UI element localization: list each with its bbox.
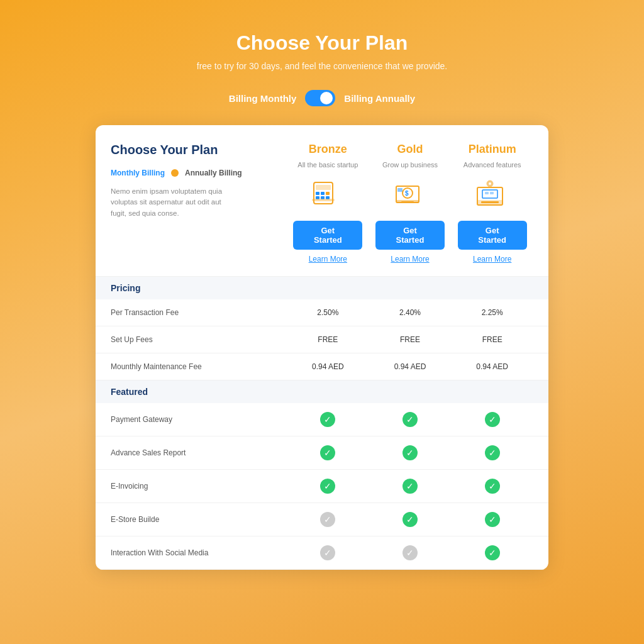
platinum-check-icon: ✓ [451, 445, 533, 460]
billing-annually-label: Billing Annually [344, 93, 415, 104]
featured-row: Payment Gateway ✓ ✓ ✓ [96, 403, 548, 436]
gold-plan-name: Gold [397, 143, 423, 156]
svg-point-20 [489, 182, 491, 185]
bronze-get-started-button[interactable]: Get Started [293, 221, 362, 250]
bronze-learn-more-link[interactable]: Learn More [309, 255, 347, 264]
platinum-check-icon: ✓ [451, 412, 533, 427]
gold-check-icon: ✓ [369, 479, 452, 494]
platinum-plan-name: Platinum [469, 143, 516, 156]
gold-check-circle: ✓ [402, 445, 418, 460]
svg-rect-21 [485, 192, 489, 194]
pricing-bronze-value: 2.50% [287, 308, 369, 317]
featured-row-label: Interaction With Social Media [111, 548, 287, 557]
platinum-check-icon: ✓ [451, 545, 533, 560]
bronze-check-circle: ✓ [320, 445, 335, 460]
bronze-check-icon: ✓ [287, 545, 369, 560]
gold-icon: $ [391, 177, 429, 212]
svg-rect-14 [397, 188, 402, 192]
platinum-plan-column: Platinum Advanced features Get Started L… [451, 143, 533, 264]
plan-description: Nemo enim ipsam voluptatem quia voluptas… [111, 186, 236, 219]
gold-check-circle: ✓ [402, 512, 418, 527]
plan-card: Choose Your Plan Monthly Billing Annuall… [96, 125, 548, 570]
platinum-tagline: Advanced features [464, 161, 521, 169]
featured-row: E-Invoicing ✓ ✓ ✓ [96, 470, 548, 503]
bronze-check-circle: ✓ [320, 479, 335, 494]
svg-rect-4 [326, 192, 330, 195]
pricing-row: Per Transaction Fee 2.50% 2.40% 2.25% [96, 299, 548, 326]
featured-row: E-Store Builde ✓ ✓ ✓ [96, 503, 548, 536]
pricing-gold-value: 0.94 AED [369, 362, 452, 371]
pricing-bronze-value: 0.94 AED [287, 362, 369, 371]
pricing-section-header: Pricing [96, 277, 548, 299]
svg-rect-1 [316, 185, 331, 190]
pricing-platinum-value: 0.94 AED [451, 362, 533, 371]
featured-section-header: Featured [96, 380, 548, 403]
bronze-check-circle: ✓ [320, 545, 335, 560]
gold-check-icon: ✓ [369, 545, 452, 560]
annually-billing-label[interactable]: Annually Billing [185, 169, 242, 177]
bronze-check-icon: ✓ [287, 445, 369, 460]
platinum-check-circle: ✓ [485, 412, 500, 427]
pricing-gold-value: FREE [369, 335, 452, 344]
gold-learn-more-link[interactable]: Learn More [391, 255, 429, 264]
featured-rows: Payment Gateway ✓ ✓ ✓ Advance Sales Repo… [96, 403, 548, 570]
platinum-check-circle: ✓ [485, 445, 500, 460]
billing-toggle[interactable] [305, 90, 335, 106]
billing-toggle-row: Billing Monthly Billing Annually [229, 90, 415, 106]
pricing-row-label: Set Up Fees [111, 335, 287, 344]
pricing-gold-value: 2.40% [369, 308, 452, 317]
platinum-check-icon: ✓ [451, 512, 533, 527]
bronze-icon [309, 177, 347, 212]
platinum-check-circle: ✓ [485, 512, 500, 527]
pricing-platinum-value: 2.25% [451, 308, 533, 317]
bronze-check-circle: ✓ [320, 412, 335, 427]
page-title: Choose Your Plan [236, 31, 408, 55]
platinum-check-circle: ✓ [485, 479, 500, 494]
gold-plan-column: Gold Grow up business $ Get Started Lear… [369, 143, 452, 264]
pricing-bronze-value: FREE [287, 335, 369, 344]
plan-header: Choose Your Plan Monthly Billing Annuall… [96, 125, 548, 277]
gold-check-circle: ✓ [402, 479, 418, 494]
featured-row-label: E-Store Builde [111, 515, 287, 524]
gold-get-started-button[interactable]: Get Started [375, 221, 445, 250]
bronze-check-circle: ✓ [320, 512, 335, 527]
svg-rect-3 [321, 192, 325, 195]
pricing-rows: Per Transaction Fee 2.50% 2.40% 2.25% Se… [96, 299, 548, 380]
gold-tagline: Grow up business [382, 161, 438, 169]
platinum-learn-more-link[interactable]: Learn More [473, 255, 511, 264]
svg-rect-22 [490, 192, 494, 194]
svg-rect-2 [316, 192, 319, 195]
bronze-plan-name: Bronze [309, 143, 347, 156]
bronze-tagline: All the basic startup [297, 161, 358, 169]
featured-row-label: E-Invoicing [111, 482, 287, 491]
platinum-check-circle: ✓ [485, 545, 500, 560]
pricing-row: Set Up Fees FREE FREE FREE [96, 326, 548, 353]
featured-row-label: Advance Sales Report [111, 448, 287, 457]
billing-monthly-label: Billing Monthly [229, 93, 296, 104]
svg-rect-11 [401, 201, 414, 203]
gold-check-circle: ✓ [402, 545, 418, 560]
gold-check-icon: ✓ [369, 512, 452, 527]
bronze-check-icon: ✓ [287, 512, 369, 527]
featured-row-label: Payment Gateway [111, 415, 287, 424]
platinum-icon [474, 177, 511, 212]
billing-switch-row: Monthly Billing Annually Billing [111, 169, 287, 177]
platinum-check-icon: ✓ [451, 479, 533, 494]
pricing-platinum-value: FREE [451, 335, 533, 344]
bronze-check-icon: ✓ [287, 479, 369, 494]
featured-row: Advance Sales Report ✓ ✓ ✓ [96, 436, 548, 470]
pricing-row-label: Per Transaction Fee [111, 308, 287, 317]
svg-rect-17 [481, 201, 499, 203]
gold-check-icon: ✓ [369, 445, 452, 460]
featured-row: Interaction With Social Media ✓ ✓ ✓ [96, 536, 548, 570]
pricing-row-label: Mounthly Maintenance Fee [111, 362, 287, 371]
bronze-check-icon: ✓ [287, 412, 369, 427]
platinum-get-started-button[interactable]: Get Started [458, 221, 527, 250]
pricing-row: Mounthly Maintenance Fee 0.94 AED 0.94 A… [96, 353, 548, 380]
card-title: Choose Your Plan [111, 143, 287, 157]
monthly-billing-label[interactable]: Monthly Billing [111, 169, 165, 177]
bronze-plan-column: Bronze All the basic startup Get Started… [287, 143, 369, 264]
billing-dot-indicator [171, 169, 179, 177]
page-subtitle: free to try for 30 days, and feel the co… [197, 61, 447, 71]
gold-check-circle: ✓ [402, 412, 418, 427]
